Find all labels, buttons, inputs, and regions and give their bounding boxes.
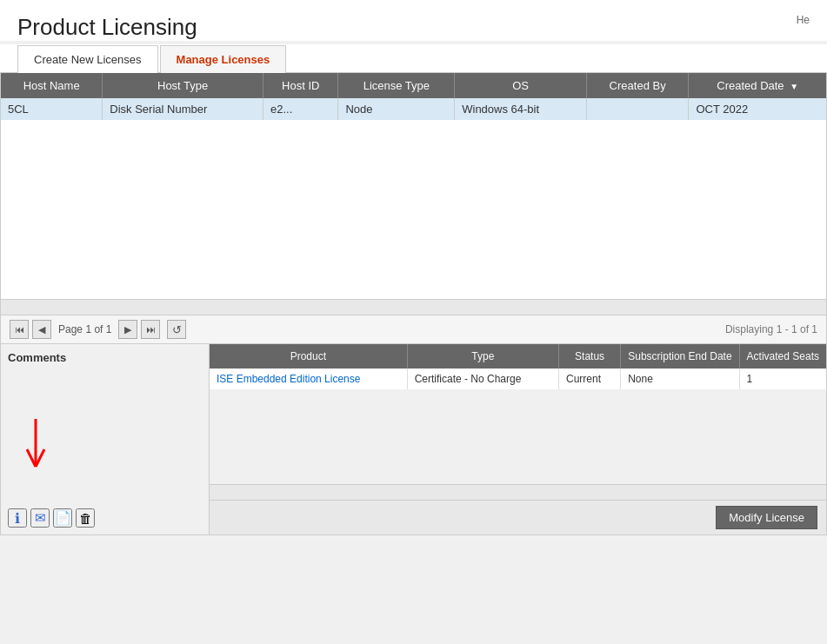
cell-activated-seats: 1 [739, 368, 826, 389]
license-table-area[interactable]: Product Type Status Subscription End Dat… [210, 344, 826, 484]
arrow-svg [18, 415, 70, 484]
cell-product: ISE Embedded Edition License [210, 368, 407, 389]
document-icon-button[interactable]: 📄 [53, 508, 72, 528]
cell-os: Windows 64-bit [455, 98, 587, 120]
help-link[interactable]: He [797, 14, 810, 26]
first-page-button[interactable]: ⏮ [10, 320, 29, 339]
page-title: Product Licensing [17, 14, 810, 41]
refresh-icon: ↺ [172, 323, 182, 336]
tab-manage-licenses[interactable]: Manage Licenses [160, 45, 287, 73]
main-table-scroll-area[interactable]: Host Name Host Type Host ID License Type [1, 73, 826, 299]
cell-type: Certificate - No Charge [407, 368, 558, 389]
comments-label: Comments [8, 351, 202, 364]
pagination-bar: ⏮ ◀ Page 1 of 1 ▶ ⏭ ↺ Displaying 1 - 1 o… [0, 315, 827, 344]
email-icon: ✉ [35, 510, 46, 526]
prev-page-button[interactable]: ◀ [32, 320, 51, 339]
cell-host-id: e2... [263, 98, 338, 120]
cell-host-name: 5CL [1, 98, 103, 120]
next-page-icon: ▶ [124, 324, 131, 335]
cell-subscription-end-date: None [621, 368, 739, 389]
license-table-row[interactable]: ISE Embedded Edition License Certificate… [210, 368, 826, 389]
col-host-id[interactable]: Host ID [263, 73, 338, 98]
col-activated-seats[interactable]: Activated Seats [739, 344, 826, 368]
last-page-icon: ⏭ [146, 324, 156, 335]
license-table-horizontal-scroll[interactable] [210, 484, 826, 500]
info-icon: ℹ [15, 510, 20, 527]
arrow-indicator [18, 415, 70, 487]
bottom-section: Comments ℹ ✉ 📄 [0, 344, 827, 535]
bottom-toolbar: ℹ ✉ 📄 🗑 [8, 508, 95, 528]
product-link[interactable]: ISE Embedded Edition License [217, 373, 360, 385]
trash-icon: 🗑 [79, 511, 92, 526]
right-panel: Product Type Status Subscription End Dat… [210, 344, 826, 534]
col-os[interactable]: OS [455, 73, 587, 98]
col-created-date[interactable]: Created Date ▼ [689, 73, 826, 98]
refresh-button[interactable]: ↺ [167, 320, 186, 339]
tab-create-new-licenses[interactable]: Create New Licenses [17, 45, 158, 73]
modify-license-button[interactable]: Modify License [716, 506, 817, 529]
col-host-name[interactable]: Host Name [1, 73, 103, 98]
licenses-table: Host Name Host Type Host ID License Type [1, 73, 826, 120]
cell-created-by [586, 98, 689, 120]
cell-host-type: Disk Serial Number [103, 98, 263, 120]
cell-status: Current [559, 368, 621, 389]
comments-panel: Comments ℹ ✉ 📄 [1, 344, 210, 534]
main-table-section: Host Name Host Type Host ID License Type [0, 73, 827, 315]
next-page-button[interactable]: ▶ [118, 320, 137, 339]
displaying-info: Displaying 1 - 1 of 1 [725, 323, 817, 335]
col-status[interactable]: Status [559, 344, 621, 368]
col-created-by[interactable]: Created By [586, 73, 689, 98]
email-icon-button[interactable]: ✉ [30, 508, 50, 528]
cell-license-type: Node [338, 98, 455, 120]
info-icon-button[interactable]: ℹ [8, 508, 27, 528]
horizontal-scroll-track[interactable] [1, 300, 826, 315]
delete-icon-button[interactable]: 🗑 [76, 508, 95, 528]
table-row[interactable]: 5CL Disk Serial Number e2... Node Window… [1, 98, 826, 120]
tabs-bar: Create New Licenses Manage Licenses [0, 44, 827, 73]
prev-page-icon: ◀ [38, 324, 45, 335]
cell-created-date: OCT 2022 [689, 98, 826, 120]
sort-arrow-icon: ▼ [790, 82, 798, 91]
last-page-button[interactable]: ⏭ [141, 320, 160, 339]
license-details-table: Product Type Status Subscription End Dat… [210, 344, 826, 389]
col-subscription-end-date[interactable]: Subscription End Date [621, 344, 739, 368]
document-icon: 📄 [55, 510, 71, 526]
col-license-type[interactable]: License Type [338, 73, 455, 98]
col-host-type[interactable]: Host Type [103, 73, 263, 98]
first-page-icon: ⏮ [15, 324, 24, 335]
bottom-actions-bar: Modify License [210, 500, 826, 534]
page-info: Page 1 of 1 [55, 323, 115, 335]
col-product[interactable]: Product [210, 344, 407, 368]
horizontal-scrollbar[interactable] [1, 299, 826, 315]
col-type[interactable]: Type [407, 344, 558, 368]
